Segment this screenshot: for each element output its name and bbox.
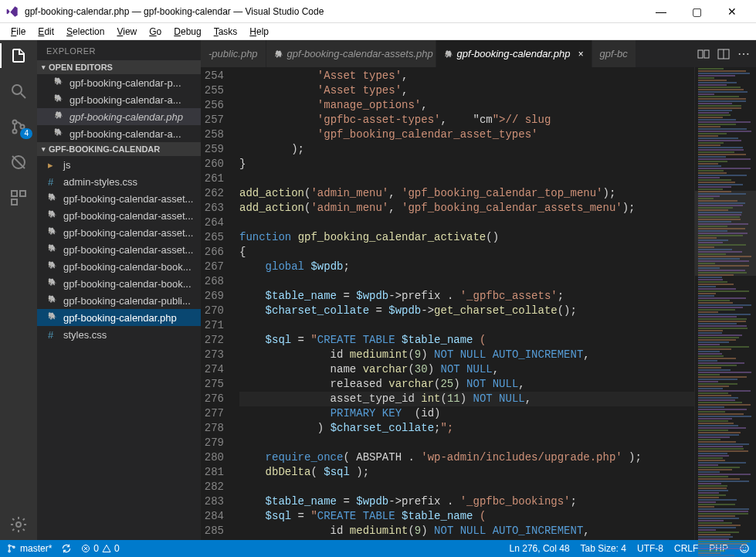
php-file-icon: 🐘 <box>444 50 453 58</box>
menu-file[interactable]: File <box>5 25 32 39</box>
section-folder[interactable]: ▾ GPF-BOOKING-CALENDAR <box>37 142 201 156</box>
activity-bar: 4 <box>0 40 37 540</box>
chevron-down-icon: ▾ <box>42 63 46 71</box>
open-editor-item[interactable]: 🐘gpf-booking-calendar-p... <box>37 74 201 91</box>
svg-point-23 <box>745 547 746 548</box>
activity-extensions-icon[interactable] <box>9 188 28 207</box>
menubar: FileEditSelectionViewGoDebugTasksHelp <box>0 23 756 40</box>
warning-count: 0 <box>114 543 120 554</box>
activity-explorer-icon[interactable] <box>9 46 28 65</box>
file-item[interactable]: 🐘gpf-booking-calendar-book... <box>37 275 201 292</box>
menu-go[interactable]: Go <box>143 25 168 39</box>
file-item[interactable]: 🐘gpf-booking-calendar-asset... <box>37 224 201 241</box>
status-encoding[interactable]: UTF-8 <box>637 543 663 554</box>
activity-search-icon[interactable] <box>9 82 28 100</box>
php-file-icon: 🐘 <box>274 50 283 58</box>
menu-tasks[interactable]: Tasks <box>208 25 244 39</box>
svg-point-2 <box>13 121 17 124</box>
open-editor-item[interactable]: 🐘gpf-booking-calendar-a... <box>37 125 201 142</box>
svg-rect-9 <box>12 199 17 205</box>
window-title: gpf-booking-calendar.php — gpf-booking-c… <box>25 6 643 17</box>
open-editors-label: OPEN EDITORS <box>49 63 113 72</box>
php-file-icon: 🐘 <box>48 244 59 255</box>
folder-label: GPF-BOOKING-CALENDAR <box>49 144 160 154</box>
sidebar-title: EXPLORER <box>37 40 201 60</box>
split-editor-icon[interactable] <box>717 48 730 60</box>
editor[interactable]: 2542552562572582592602612622632642652662… <box>201 67 756 540</box>
folder-tree: ▸js#admin-styles.css🐘gpf-booking-calenda… <box>37 156 201 343</box>
php-file-icon: 🐘 <box>48 227 59 238</box>
window-titlebar: gpf-booking-calendar.php — gpf-booking-c… <box>0 0 756 23</box>
window-maximize-button[interactable]: ▢ <box>679 0 714 23</box>
file-item[interactable]: 🐘gpf-booking-calendar-asset... <box>37 207 201 224</box>
open-editor-item[interactable]: 🐘gpf-booking-calendar-a... <box>37 91 201 108</box>
editor-tab[interactable]: gpf-bc <box>592 40 636 67</box>
chevron-down-icon: ▾ <box>42 145 46 153</box>
branch-name: master* <box>20 543 52 554</box>
svg-rect-12 <box>704 50 709 58</box>
file-item[interactable]: 🐘gpf-booking-calendar-asset... <box>37 190 201 207</box>
editor-tab[interactable]: -public.php <box>201 40 266 67</box>
status-bar: master* 0 0 Ln 276, Col 48 Tab Size: 4 U… <box>0 540 756 557</box>
svg-point-10 <box>16 522 21 527</box>
svg-line-1 <box>21 93 25 98</box>
svg-point-3 <box>13 130 17 134</box>
file-item[interactable]: #admin-styles.css <box>37 173 201 190</box>
workbench: 4 EXPLORER ▾ OPEN EDITORS 🐘gpf-booking-c… <box>0 40 756 540</box>
open-editors-tree: 🐘gpf-booking-calendar-p...🐘gpf-booking-c… <box>37 74 201 142</box>
status-spaces[interactable]: Tab Size: 4 <box>581 543 626 554</box>
status-eol[interactable]: CRLF <box>674 543 698 554</box>
php-file-icon: 🐘 <box>48 278 59 289</box>
file-item[interactable]: #styles.css <box>37 326 201 343</box>
svg-point-0 <box>12 85 22 94</box>
editor-group: -public.php🐘gpf-booking-calendar-assets.… <box>201 40 756 540</box>
php-file-icon: 🐘 <box>48 193 59 204</box>
svg-rect-7 <box>12 191 17 196</box>
compare-icon[interactable] <box>697 48 710 60</box>
css-file-icon: # <box>48 176 59 187</box>
php-file-icon: 🐘 <box>48 210 59 221</box>
php-file-icon: 🐘 <box>48 295 59 306</box>
more-icon[interactable]: ⋯ <box>737 46 750 61</box>
status-sync[interactable] <box>61 543 72 554</box>
status-branch[interactable]: master* <box>6 543 52 554</box>
php-file-icon: 🐘 <box>48 261 59 272</box>
scm-badge: 4 <box>20 128 32 139</box>
editor-minimap[interactable] <box>694 67 756 540</box>
activity-scm-icon[interactable]: 4 <box>9 117 28 136</box>
window-controls: — ▢ ✕ <box>643 0 750 23</box>
editor-tab[interactable]: 🐘gpf-booking-calendar-assets.php <box>266 40 436 67</box>
menu-help[interactable]: Help <box>243 25 275 39</box>
svg-rect-11 <box>698 50 703 58</box>
vscode-logo-icon <box>6 5 19 18</box>
php-file-icon: 🐘 <box>54 111 65 122</box>
menu-view[interactable]: View <box>110 25 143 39</box>
menu-edit[interactable]: Edit <box>32 25 60 39</box>
error-count: 0 <box>93 543 99 554</box>
window-close-button[interactable]: ✕ <box>714 0 750 23</box>
close-icon[interactable]: × <box>578 49 584 59</box>
svg-rect-8 <box>20 191 25 196</box>
editor-code[interactable]: 'Asset types', 'Asset types', 'manage_op… <box>233 67 694 540</box>
activity-debug-icon[interactable] <box>9 153 28 172</box>
status-cursor[interactable]: Ln 276, Col 48 <box>510 543 570 554</box>
php-file-icon: 🐘 <box>54 94 65 105</box>
file-item[interactable]: 🐘gpf-booking-calendar-publi... <box>37 292 201 309</box>
svg-point-15 <box>8 545 10 546</box>
section-open-editors[interactable]: ▾ OPEN EDITORS <box>37 60 201 74</box>
folder-item[interactable]: ▸js <box>37 156 201 173</box>
menu-selection[interactable]: Selection <box>60 25 110 39</box>
php-file-icon: 🐘 <box>54 77 65 88</box>
editor-tabbar: -public.php🐘gpf-booking-calendar-assets.… <box>201 40 756 67</box>
window-minimize-button[interactable]: — <box>643 0 679 23</box>
file-item[interactable]: 🐘gpf-booking-calendar-asset... <box>37 241 201 258</box>
open-editor-item[interactable]: 🐘gpf-booking-calendar.php <box>37 108 201 125</box>
activity-settings-icon[interactable] <box>9 515 28 534</box>
menu-debug[interactable]: Debug <box>168 25 207 39</box>
file-item[interactable]: 🐘gpf-booking-calendar.php <box>37 309 201 326</box>
editor-gutter: 2542552562572582592602612622632642652662… <box>201 67 233 540</box>
editor-tab[interactable]: 🐘gpf-booking-calendar.php× <box>436 40 592 67</box>
status-problems[interactable]: 0 0 <box>81 543 119 554</box>
file-item[interactable]: 🐘gpf-booking-calendar-book... <box>37 258 201 275</box>
css-file-icon: # <box>48 329 59 340</box>
